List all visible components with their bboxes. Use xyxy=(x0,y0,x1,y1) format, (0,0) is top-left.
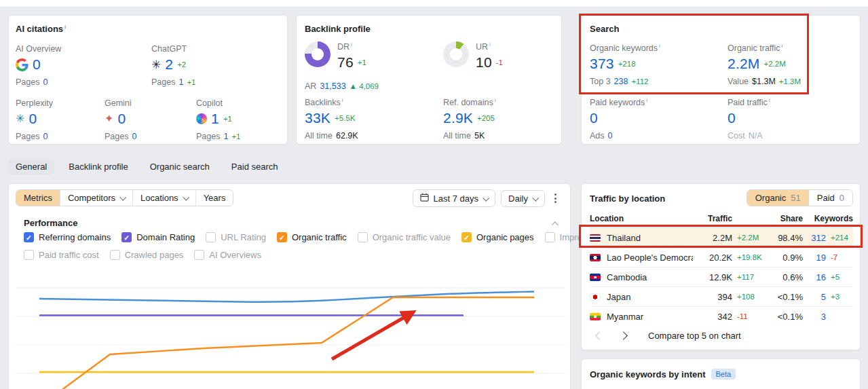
checkbox-url-rating[interactable]: URL Rating xyxy=(206,232,266,242)
next-page-icon[interactable] xyxy=(619,331,628,340)
checkbox-organic-pages[interactable]: Organic pages xyxy=(461,232,534,242)
performance-line-chart[interactable] xyxy=(9,265,571,389)
backlink-profile-title: Backlink profile xyxy=(305,24,371,34)
sub-delta: +112 xyxy=(631,77,648,86)
checkbox-organic-traffic-value[interactable]: Organic traffic value xyxy=(358,232,451,242)
date-range-button[interactable]: Last 7 days xyxy=(413,189,496,207)
share-value: 98.4% xyxy=(765,233,803,243)
organic-toggle-segment[interactable]: Organic51 xyxy=(747,190,809,206)
keywords-value[interactable]: 3 xyxy=(803,312,826,322)
gridlines xyxy=(16,288,565,373)
metric-label: Paid keywords xyxy=(590,97,647,107)
checkbox-domain-rating[interactable]: Domain Rating xyxy=(121,232,195,242)
checkbox-label: AI Overviews xyxy=(209,250,261,260)
metric-value[interactable]: 33K xyxy=(305,110,331,126)
checkbox-organic-traffic[interactable]: Organic traffic xyxy=(277,232,347,242)
metric-backlinks: Backlinks 33K+5.5K All time62.9K xyxy=(305,97,358,141)
pages-value[interactable]: 1 xyxy=(178,77,183,87)
sub-label: Value xyxy=(728,77,749,86)
date-range-label: Last 7 days xyxy=(434,193,479,204)
col-traffic[interactable]: Traffic xyxy=(693,214,732,223)
metric-label: Ref. domains xyxy=(443,97,495,107)
granularity-button[interactable]: Daily xyxy=(501,190,545,207)
metric-value[interactable]: 373 xyxy=(590,56,614,72)
pages-value[interactable]: 0 xyxy=(43,132,48,141)
pages-value[interactable]: 0 xyxy=(132,132,136,141)
search-card: Search Organic keywords 373+218 Top 3238… xyxy=(581,15,861,145)
years-segment[interactable]: Years xyxy=(196,190,233,206)
metric-perplexity: Perplexity ✳ 0 Pages0 xyxy=(16,98,53,141)
performance-chart-card: Metrics Competitors Locations Years Last… xyxy=(8,183,571,389)
checkbox-paid-traffic-cost[interactable]: Paid traffic cost xyxy=(24,250,99,260)
keywords-value[interactable]: 16 xyxy=(803,272,826,282)
top-strip xyxy=(0,0,868,7)
checkbox-icon xyxy=(24,250,34,260)
sub-value[interactable]: 0 xyxy=(608,131,613,141)
metric-label: Organic keywords xyxy=(590,43,660,53)
more-options-icon[interactable] xyxy=(550,191,561,206)
prev-page-icon[interactable] xyxy=(595,331,604,340)
performance-title: Performance xyxy=(24,218,77,228)
paid-toggle-segment[interactable]: Paid0 xyxy=(809,190,852,206)
table-row-thailand[interactable]: Thailand 2.2M +2.2M 98.4% 312 +214 xyxy=(590,228,853,248)
locations-segment[interactable]: Locations xyxy=(133,190,196,206)
metric-organic-keywords: Organic keywords 373+218 Top 3238+112 xyxy=(590,43,660,86)
metric-value[interactable]: 2.9K xyxy=(443,110,473,126)
col-share[interactable]: Share xyxy=(765,214,803,223)
metric-value[interactable]: 2.2M xyxy=(728,56,760,72)
alltime-label: All time xyxy=(305,131,333,141)
metric-ref-domains: Ref. domains 2.9K+205 All time5K xyxy=(443,97,495,141)
metric-ur: UR 10-1 xyxy=(443,41,503,71)
pages-value[interactable]: 0 xyxy=(43,77,48,87)
sub-value[interactable]: 238 xyxy=(614,77,628,86)
chevron-down-icon xyxy=(183,194,189,201)
checkbox-crawled-pages[interactable]: Crawled pages xyxy=(110,250,184,260)
calendar-icon xyxy=(420,193,429,204)
metrics-segment[interactable]: Metrics xyxy=(16,190,60,206)
table-pagination: Compare top 5 on chart xyxy=(597,331,741,341)
traffic-value: 342 xyxy=(693,312,732,322)
keywords-value[interactable]: 5 xyxy=(803,292,826,302)
col-keywords[interactable]: Keywords xyxy=(803,214,853,223)
share-value: <0.1% xyxy=(765,292,803,302)
ar-value[interactable]: 31,533 xyxy=(320,81,345,91)
table-row-myanmar[interactable]: Myanmar 342 -11 <0.1% 3 xyxy=(590,307,853,326)
tab-paid-search[interactable]: Paid search xyxy=(224,158,286,175)
pages-label: Pages xyxy=(105,132,128,141)
tab-organic-search[interactable]: Organic search xyxy=(143,158,217,175)
table-row-laos[interactable]: Lao People's Democratic Reput 20.2K +19.… xyxy=(590,248,853,267)
metric-value[interactable]: 0 xyxy=(728,110,736,126)
ar-delta: ▲ 4,069 xyxy=(350,82,379,90)
checkbox-referring-domains[interactable]: Referring domains xyxy=(24,232,111,242)
table-row-cambodia[interactable]: Cambodia 12.9K +117 0.6% 16 +5 xyxy=(590,267,853,287)
checkbox-ai-overviews[interactable]: AI Overviews xyxy=(194,250,261,260)
metric-value[interactable]: 0 xyxy=(590,110,598,126)
keywords-value[interactable]: 19 xyxy=(803,253,826,263)
table-row-japan[interactable]: Japan 394 +108 <0.1% 5 +3 xyxy=(590,287,853,307)
tab-backlink-profile[interactable]: Backlink profile xyxy=(61,158,135,175)
checkbox-label: Crawled pages xyxy=(125,250,184,260)
keywords-value[interactable]: 312 xyxy=(803,233,826,243)
col-location[interactable]: Location xyxy=(590,214,693,223)
pages-value[interactable]: 1 xyxy=(223,132,228,141)
tab-general[interactable]: General xyxy=(8,158,54,175)
checkbox-icon xyxy=(194,250,204,260)
intent-title-row: Organic keywords by intent Beta xyxy=(590,369,736,379)
chevron-down-icon xyxy=(532,194,539,201)
competitors-label: Competitors xyxy=(68,193,115,203)
chevron-down-icon xyxy=(483,194,489,201)
collapse-chevron-icon[interactable] xyxy=(552,221,559,228)
compare-top5-link[interactable]: Compare top 5 on chart xyxy=(648,331,741,341)
keywords-by-intent-card: Organic keywords by intent Beta xyxy=(581,358,861,389)
pages-delta: +1 xyxy=(231,132,240,141)
section-tabs: General Backlink profile Organic search … xyxy=(8,158,286,175)
pages-label: Pages xyxy=(151,77,175,87)
location-name: Myanmar xyxy=(607,312,643,322)
metric-label: DR xyxy=(337,41,366,52)
metric-checkbox-row-1: Referring domains Domain Rating URL Rati… xyxy=(24,232,675,242)
share-value: <0.1% xyxy=(765,312,803,322)
red-arrow-annotation xyxy=(332,314,411,359)
alltime-value: 5K xyxy=(474,131,485,141)
sub-label: Top 3 xyxy=(590,77,611,86)
competitors-segment[interactable]: Competitors xyxy=(60,190,133,206)
